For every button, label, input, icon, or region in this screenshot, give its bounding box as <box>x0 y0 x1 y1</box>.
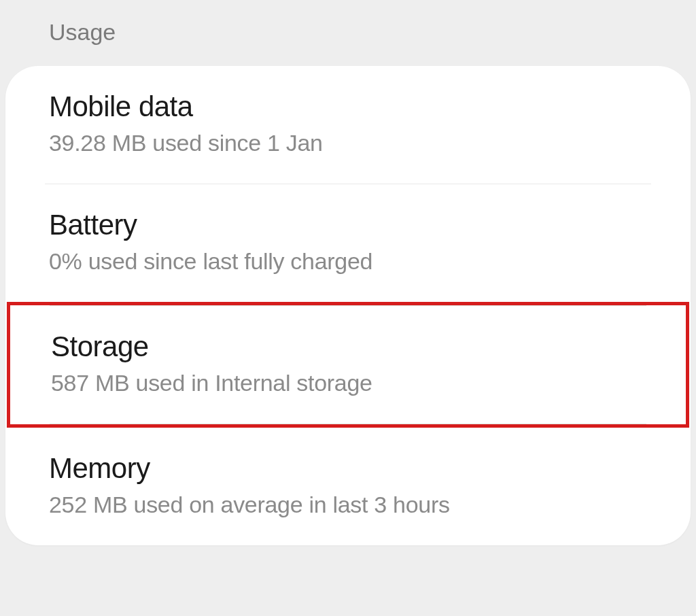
usage-card: Mobile data 39.28 MB used since 1 Jan Ba… <box>5 66 691 545</box>
storage-title: Storage <box>51 330 645 363</box>
battery-subtitle: 0% used since last fully charged <box>49 248 647 275</box>
list-item-mobile-data[interactable]: Mobile data 39.28 MB used since 1 Jan <box>5 66 691 184</box>
list-item-storage[interactable]: Storage 587 MB used in Internal storage <box>10 306 686 424</box>
battery-title: Battery <box>49 209 647 241</box>
list-item-memory[interactable]: Memory 252 MB used on average in last 3 … <box>5 428 691 545</box>
mobile-data-subtitle: 39.28 MB used since 1 Jan <box>49 130 647 156</box>
list-item-battery[interactable]: Battery 0% used since last fully charged <box>5 184 691 302</box>
storage-subtitle: 587 MB used in Internal storage <box>51 370 645 396</box>
storage-highlight-box: Storage 587 MB used in Internal storage <box>7 302 689 428</box>
divider <box>50 424 646 424</box>
memory-subtitle: 252 MB used on average in last 3 hours <box>49 492 647 518</box>
section-header-usage: Usage <box>0 0 696 66</box>
mobile-data-title: Mobile data <box>49 90 647 123</box>
memory-title: Memory <box>49 452 647 485</box>
